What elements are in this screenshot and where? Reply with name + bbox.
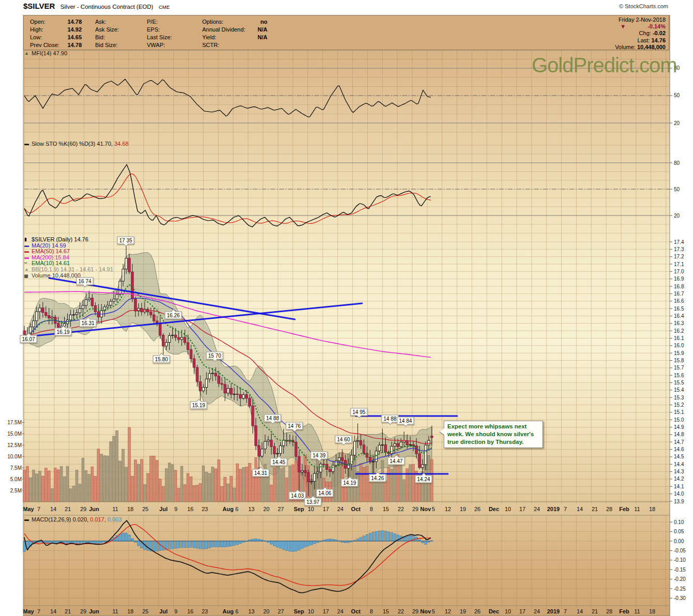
last-label: Last:	[638, 37, 650, 43]
svg-text:7: 7	[37, 608, 40, 614]
svg-text:11: 11	[112, 608, 118, 614]
svg-text:8: 8	[370, 506, 373, 512]
svg-text:19: 19	[460, 506, 466, 512]
price-callout: 13.97	[304, 498, 321, 506]
svg-text:15.5: 15.5	[674, 380, 684, 386]
svg-text:16.6: 16.6	[674, 298, 684, 304]
macd-legend: ▬MACD(12,26,9) 0.020, 0.017, 0.003	[24, 517, 122, 523]
quote-col-2: P/E:EPS:Last Size:VWAP:	[147, 18, 194, 49]
quote-field-label: High:	[30, 26, 62, 34]
svg-text:29: 29	[80, 506, 86, 512]
svg-text:Feb: Feb	[619, 608, 629, 614]
price-callout: 14.19	[341, 479, 358, 487]
svg-text:11: 11	[112, 506, 118, 512]
price-callout: 14.31	[252, 469, 269, 477]
ticker-description: Silver - Continuous Contract (EOD)	[61, 4, 154, 10]
svg-text:10: 10	[308, 506, 314, 512]
legend-label-ma200: MA(200) 15.84	[32, 254, 69, 260]
svg-text:20: 20	[263, 506, 269, 512]
price-callout: 14.45	[270, 458, 287, 466]
annotation-text: Expect more whipsaws next week. We shoul…	[447, 423, 534, 445]
ma20-icon: ▬	[24, 243, 32, 249]
quote-field-label: Bid Size:	[95, 41, 126, 49]
quote-field-label: SCTR:	[202, 41, 250, 49]
svg-text:19: 19	[460, 608, 466, 614]
goldpredict-watermark: GoldPredict.com	[532, 54, 677, 77]
ema10-icon: ╍	[24, 260, 32, 267]
price-callout: 14.39	[310, 452, 327, 459]
svg-text:21: 21	[65, 506, 71, 512]
svg-text:15.9: 15.9	[674, 350, 684, 356]
svg-text:16.2: 16.2	[674, 328, 684, 334]
svg-text:25: 25	[142, 608, 148, 614]
volume-value: 10,448,000	[637, 44, 666, 50]
price-callout: 17.35	[117, 237, 134, 244]
quote-field-label: EPS:	[147, 26, 179, 34]
svg-text:13.9: 13.9	[674, 499, 684, 504]
svg-text:16.3: 16.3	[674, 320, 684, 326]
svg-text:24: 24	[534, 608, 540, 614]
svg-text:27: 27	[278, 608, 284, 614]
price-callout: 14.06	[316, 489, 333, 497]
svg-text:-0.30: -0.30	[674, 595, 686, 601]
macd-line-icon: ▬	[24, 517, 32, 523]
quote-field-label: Low:	[30, 34, 62, 41]
price-callout: 15.80	[153, 356, 170, 363]
price-callout: 15.19	[190, 402, 207, 409]
legend-label-ma20: MA(20) 14.59	[32, 242, 66, 249]
svg-text:20: 20	[263, 608, 269, 614]
svg-text:14.8: 14.8	[674, 432, 684, 437]
svg-text:2019: 2019	[547, 608, 560, 614]
quote-field-label: Ask Size:	[95, 26, 126, 34]
svg-text:14: 14	[50, 608, 56, 614]
svg-text:29: 29	[412, 608, 418, 614]
svg-text:2.5M: 2.5M	[10, 488, 22, 494]
svg-text:15.6: 15.6	[674, 373, 684, 378]
svg-text:17: 17	[323, 608, 329, 614]
quote-col-3: Options:noAnnual Dividend:N/AYield:N/ASC…	[202, 18, 267, 49]
svg-text:20: 20	[674, 120, 680, 126]
price-callout: 14.88	[381, 415, 398, 423]
quote-field-label: Ask:	[95, 18, 126, 26]
quote-field-label: Last Size:	[147, 34, 179, 41]
price-legend: ▮$SILVER (Daily) 14.76▬MA(20) 14.59▬EMA(…	[24, 237, 113, 279]
chart-title: $SILVER Silver - Continuous Contract (EO…	[23, 2, 170, 11]
svg-text:Nov: Nov	[420, 506, 432, 512]
annotation-tail	[440, 428, 444, 435]
svg-text:20: 20	[674, 213, 680, 219]
svg-text:18: 18	[127, 608, 133, 614]
svg-text:Sep: Sep	[294, 608, 304, 614]
svg-text:Oct: Oct	[351, 506, 361, 512]
svg-text:50: 50	[674, 187, 680, 192]
svg-text:18: 18	[127, 506, 133, 512]
svg-text:9: 9	[174, 608, 177, 614]
mfi-legend-label: MFI(14) 47.90	[32, 50, 67, 56]
svg-text:16.5: 16.5	[674, 306, 684, 312]
svg-text:Oct: Oct	[351, 608, 361, 614]
legend-label-volume: Volume 10,448,000	[32, 272, 81, 279]
svg-text:24: 24	[534, 506, 540, 512]
symbol-icon: ▮	[24, 237, 32, 243]
svg-text:-0.20: -0.20	[674, 576, 686, 582]
svg-text:11: 11	[634, 506, 640, 512]
svg-text:Aug: Aug	[222, 608, 233, 614]
quote-field-value: 14.92	[62, 26, 82, 34]
svg-text:0.00: 0.00	[674, 538, 684, 544]
ma200-icon: ▬	[24, 255, 32, 261]
svg-text:16.7: 16.7	[674, 291, 684, 297]
svg-text:24: 24	[337, 506, 343, 512]
svg-text:17.2: 17.2	[674, 254, 684, 259]
svg-text:7: 7	[564, 506, 567, 512]
svg-text:May: May	[23, 608, 34, 614]
quote-field-value: N/A	[250, 26, 267, 34]
quote-field-label: Bid:	[95, 34, 126, 41]
svg-text:17.5M: 17.5M	[7, 420, 22, 425]
legend-item-volume: ▅Volume 10,448,000	[24, 273, 113, 279]
svg-text:14: 14	[50, 506, 56, 512]
svg-text:7.5M: 7.5M	[10, 465, 22, 471]
ema50-icon: ▬	[24, 249, 32, 255]
price-callout: 14.88	[264, 414, 281, 422]
svg-text:15.0: 15.0	[674, 417, 684, 423]
svg-text:12: 12	[445, 506, 451, 512]
svg-text:10.0M: 10.0M	[7, 454, 22, 459]
